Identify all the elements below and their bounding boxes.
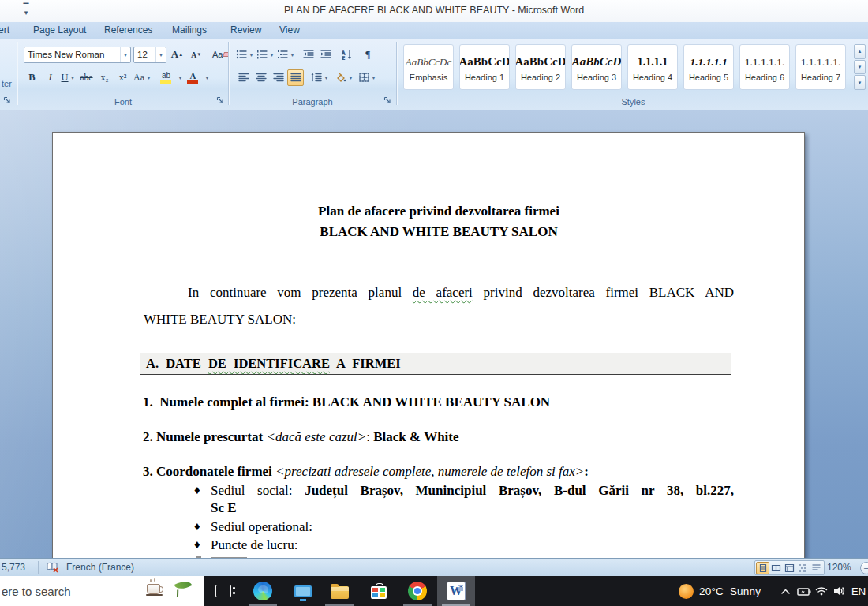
wifi-status[interactable] [813, 576, 830, 606]
align-left-button[interactable] [235, 69, 252, 86]
leaf-icon [174, 578, 193, 593]
language-indicator[interactable]: French (France) [66, 562, 134, 573]
wifi-icon [815, 586, 828, 596]
tab-mailings[interactable]: Mailings [172, 24, 207, 36]
chevron-down-icon[interactable]: ▼ [120, 47, 130, 62]
document-page[interactable]: Plan de afacere privind dezvoltarea firm… [52, 132, 805, 558]
fullscreen-reading-view-icon[interactable] [769, 562, 783, 574]
highlight-color-button[interactable]: ab [158, 69, 174, 86]
outline-view-icon[interactable] [796, 562, 810, 574]
gallery-expand-icon[interactable]: ▼ [854, 75, 866, 90]
search-input[interactable]: ere to search [0, 576, 204, 606]
font-dialog-launcher-icon[interactable] [216, 96, 226, 106]
format-painter-partial-label[interactable]: ter [2, 79, 12, 88]
style-card-heading2[interactable]: AaBbCcD Heading 2 [515, 44, 566, 90]
increase-indent-button[interactable] [318, 47, 335, 63]
multilevel-list-button[interactable]: ▼ [276, 47, 296, 63]
gallery-scroll-up-icon[interactable]: ▲ [854, 44, 866, 59]
subscript-button[interactable]: x₂ [96, 69, 113, 86]
tab-page-layout[interactable]: Page Layout [33, 24, 86, 36]
zoom-level[interactable]: 120% [827, 562, 851, 573]
font-group-label: Font [19, 97, 227, 107]
change-case-button[interactable]: Aa▼ [133, 69, 152, 86]
file-explorer-button[interactable] [320, 576, 358, 606]
style-label: Heading 1 [460, 73, 509, 82]
diamond-bullet-icon: ♦ [194, 484, 200, 497]
tab-references[interactable]: References [104, 24, 152, 36]
microsoft-store-button[interactable] [360, 576, 398, 606]
tab-view[interactable]: View [279, 24, 300, 36]
justify-button[interactable] [287, 69, 304, 86]
font-color-button[interactable]: A [185, 69, 201, 86]
style-preview: AaBbCcDc [404, 45, 453, 70]
chevron-down-icon[interactable]: ▼ [155, 47, 166, 62]
underline-button[interactable]: U▼ [60, 69, 77, 86]
coffee-cup-icon [147, 584, 160, 594]
tray-expand-button[interactable] [776, 576, 794, 606]
tab-review[interactable]: Review [230, 24, 261, 36]
style-label: Heading 7 [796, 73, 845, 82]
bold-button[interactable]: B [24, 69, 40, 86]
styles-group-label: Styles [398, 97, 868, 107]
style-card-heading5[interactable]: 1.1.1.1.1 Heading 5 [683, 44, 734, 90]
show-hide-pilcrow-button[interactable]: ¶ [360, 47, 376, 63]
italic-button[interactable]: I [42, 69, 58, 86]
clipboard-group-partial: ter [0, 41, 16, 107]
statusbar-separator [38, 561, 39, 574]
web-layout-view-icon[interactable] [783, 562, 796, 574]
doc-title-line2: BLACK AND WHITE BEAUTY SALON [144, 224, 734, 240]
font-group: Times New Roman ▼ 12 ▼ A▲ A▼ Aa [19, 41, 227, 107]
doc-item-2: 2. Numele prescurtat <dacă este cazul>: … [143, 429, 459, 445]
input-language-button[interactable]: EN [849, 576, 868, 606]
word-icon: W [447, 582, 466, 600]
shrink-font-button[interactable]: A▼ [188, 47, 204, 63]
chevron-down-icon[interactable]: ▼ [204, 75, 210, 80]
tab-insert-partial[interactable]: ert [0, 24, 9, 36]
chrome-button[interactable] [398, 576, 436, 606]
align-center-button[interactable] [253, 69, 269, 86]
line-spacing-button[interactable]: ▼ [309, 69, 330, 86]
align-right-button[interactable] [270, 69, 286, 86]
chevron-up-icon [780, 588, 791, 595]
style-preview: 1.1.1.1.1 [684, 45, 733, 70]
paragraph-dialog-launcher-icon[interactable] [383, 96, 393, 106]
font-name-combo[interactable]: Times New Roman ▼ [24, 47, 131, 63]
borders-button[interactable]: ▼ [358, 69, 377, 86]
monitor-icon [294, 585, 312, 597]
numbering-button[interactable]: ▼ [256, 47, 275, 63]
clipboard-dialog-launcher-icon[interactable] [3, 96, 13, 106]
zoom-out-button[interactable]: – [860, 562, 868, 574]
style-card-heading4[interactable]: 1.1.1.1 Heading 4 [627, 44, 678, 90]
grow-font-button[interactable]: A▲ [169, 47, 185, 63]
chevron-down-icon[interactable]: ▼ [178, 75, 183, 80]
sort-button[interactable]: A Z [339, 47, 356, 63]
style-card-heading3[interactable]: AaBbCcD Heading 3 [571, 44, 622, 90]
font-size-combo[interactable]: 12 ▼ [133, 47, 166, 63]
shading-button[interactable]: ▼ [335, 69, 354, 86]
display-app-button[interactable] [284, 576, 322, 606]
strikethrough-button[interactable]: abe [78, 69, 95, 86]
style-card-heading6[interactable]: 1.1.1.1.1. Heading 6 [739, 44, 790, 90]
group-separator [396, 42, 398, 105]
weather-button[interactable] [674, 576, 698, 606]
gallery-scroll-down-icon[interactable]: ▼ [854, 60, 866, 75]
edge-button[interactable] [244, 576, 282, 606]
word-count[interactable]: 5,773 [2, 562, 25, 573]
volume-status[interactable] [830, 576, 847, 606]
draft-view-icon[interactable] [810, 562, 823, 574]
task-view-button[interactable] [204, 576, 242, 606]
print-layout-view-icon[interactable] [756, 562, 769, 574]
decrease-indent-button[interactable] [301, 47, 317, 63]
styles-gallery-scrollbar: ▲ ▼ ▼ [854, 44, 866, 90]
weather-text[interactable]: 20°C Sunny [699, 576, 761, 606]
style-card-emphasis[interactable]: AaBbCcDc Emphasis [403, 44, 454, 90]
word-button[interactable]: W [437, 576, 475, 606]
style-card-heading7[interactable]: 1.1.1.1.1. Heading 7 [795, 44, 846, 90]
superscript-button[interactable]: x² [114, 69, 131, 86]
spellcheck-book-icon[interactable] [46, 561, 60, 575]
bullets-button[interactable]: ▼ [235, 47, 255, 63]
font-name-value: Times New Roman [28, 50, 104, 59]
style-card-heading1[interactable]: AaBbCcD Heading 1 [459, 44, 510, 90]
temperature: 20°C [699, 585, 724, 597]
battery-status[interactable] [795, 576, 813, 606]
